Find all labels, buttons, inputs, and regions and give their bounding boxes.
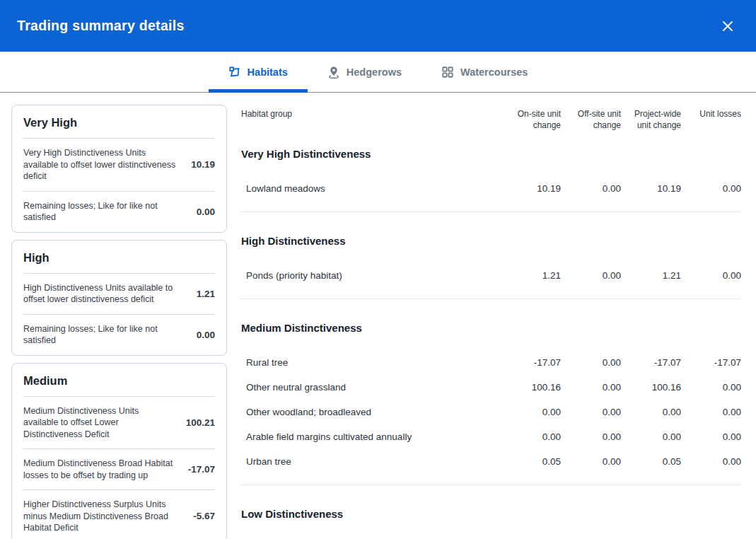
offsite-unit-change: 0.00 xyxy=(561,456,621,468)
offsite-unit-change: 0.00 xyxy=(561,357,621,369)
summary-value: 0.00 xyxy=(197,330,215,340)
section-title: Low Distinctiveness xyxy=(241,508,741,521)
tab-label: Habitats xyxy=(248,66,288,78)
modal-header: Trading summary details xyxy=(0,0,756,52)
projectwide-unit-change: 0.00 xyxy=(621,406,681,419)
unit-losses: 0.00 xyxy=(681,456,741,468)
modal-body: Very High Very High Distinctiveness Unit… xyxy=(0,93,756,539)
tab-label: Watercourses xyxy=(460,66,528,78)
offsite-unit-change: 0.00 xyxy=(561,431,621,444)
habitat-name: Other neutral grassland xyxy=(241,381,501,394)
summary-row: Remaining losses; Like for like not sati… xyxy=(23,191,215,232)
habitat-name: Lowland meadows xyxy=(241,182,501,195)
summary-label: Medium Distinctiveness Units available t… xyxy=(23,405,176,441)
tab-bar: Habitats Hedgerows Watercourses xyxy=(0,52,756,93)
section-title: High Distinctiveness xyxy=(241,235,741,248)
projectwide-unit-change: 0.05 xyxy=(621,456,681,468)
polygon-icon xyxy=(228,66,241,79)
trading-table: Habitat group On-site unit change Off-si… xyxy=(241,105,741,539)
col-header-habitat-group: Habitat group xyxy=(241,108,501,120)
onsite-unit-change: 0.05 xyxy=(501,456,561,468)
habitat-name: Ponds (priority habitat) xyxy=(241,270,501,282)
section-title: Very High Distinctiveness xyxy=(241,148,741,161)
unit-losses: -17.07 xyxy=(681,357,741,369)
summary-row: Remaining losses; Like for like not sati… xyxy=(23,314,215,355)
summary-label: Remaining losses; Like for like not sati… xyxy=(23,200,187,224)
offsite-unit-change: 0.00 xyxy=(561,406,621,419)
summary-card-very-high: Very High Very High Distinctiveness Unit… xyxy=(11,105,227,233)
offsite-unit-change: 0.00 xyxy=(561,270,621,282)
summary-value: 1.21 xyxy=(197,289,215,299)
section-high: High Distinctiveness Ponds (priority hab… xyxy=(241,235,741,299)
offsite-unit-change: 0.00 xyxy=(561,182,621,195)
onsite-unit-change: 0.00 xyxy=(501,431,561,444)
card-title: Very High xyxy=(23,105,215,138)
habitat-name: Urban tree xyxy=(241,456,501,468)
summary-card-high: High High Distinctiveness Units availabl… xyxy=(11,240,227,356)
unit-losses: 0.00 xyxy=(681,270,741,282)
table-row: Rural tree -17.07 0.00 -17.07 -17.07 xyxy=(241,350,741,375)
projectwide-unit-change: -17.07 xyxy=(621,357,681,369)
tab-habitats[interactable]: Habitats xyxy=(209,52,308,92)
modal-title: Trading summary details xyxy=(17,18,185,34)
table-row: Cereal crops -7.23 0.00 -7.23 -7.23 xyxy=(241,536,741,539)
onsite-unit-change: 0.00 xyxy=(501,406,561,419)
summary-value: 0.00 xyxy=(197,207,215,217)
projectwide-unit-change: 1.21 xyxy=(621,270,681,282)
close-icon xyxy=(721,19,735,33)
onsite-unit-change: -17.07 xyxy=(501,357,561,369)
projectwide-unit-change: 0.00 xyxy=(621,431,681,444)
card-title: Medium xyxy=(23,364,215,396)
summary-label: Higher Distinctiveness Surplus Units min… xyxy=(23,499,183,534)
close-button[interactable] xyxy=(718,16,738,36)
tab-hedgerows[interactable]: Hedgerows xyxy=(308,52,421,92)
offsite-unit-change: 0.00 xyxy=(561,381,621,394)
unit-losses: 0.00 xyxy=(681,381,741,394)
table-row: Urban tree 0.05 0.00 0.05 0.00 xyxy=(241,449,741,474)
summary-sidebar: Very High Very High Distinctiveness Unit… xyxy=(11,105,227,539)
habitat-name: Other woodland; broadleaved xyxy=(241,406,501,419)
col-header-onsite: On-site unit change xyxy=(501,108,561,131)
projectwide-unit-change: 100.16 xyxy=(621,381,681,394)
map-pin-icon xyxy=(327,66,340,79)
section-very-high: Very High Distinctiveness Lowland meadow… xyxy=(241,148,741,212)
onsite-unit-change: 100.16 xyxy=(501,381,561,394)
unit-losses: 0.00 xyxy=(681,182,741,195)
summary-value: -17.07 xyxy=(188,464,215,475)
summary-label: High Distinctiveness Units available to … xyxy=(23,282,187,306)
onsite-unit-change: 1.21 xyxy=(501,270,561,282)
tab-label: Hedgerows xyxy=(347,66,402,78)
section-low: Low Distinctiveness Cereal crops -7.23 0… xyxy=(241,508,741,539)
grid-icon xyxy=(441,66,454,79)
table-row: Arable field margins cultivated annually… xyxy=(241,424,741,449)
summary-label: Remaining losses; Like for like not sati… xyxy=(23,323,187,347)
summary-row: Medium Distinctiveness Broad Habitat los… xyxy=(23,448,215,489)
habitat-name: Rural tree xyxy=(241,357,501,369)
unit-losses: 0.00 xyxy=(681,406,741,419)
col-header-projectwide: Project-wide unit change xyxy=(621,108,681,131)
projectwide-unit-change: 10.19 xyxy=(621,182,681,195)
summary-row: Higher Distinctiveness Surplus Units min… xyxy=(23,489,215,539)
card-title: High xyxy=(23,240,215,273)
summary-card-medium: Medium Medium Distinctiveness Units avai… xyxy=(11,363,227,539)
tab-watercourses[interactable]: Watercourses xyxy=(421,52,547,92)
table-row: Ponds (priority habitat) 1.21 0.00 1.21 … xyxy=(241,263,741,288)
summary-value: 100.21 xyxy=(186,417,215,428)
summary-row: Very High Distinctiveness Units availabl… xyxy=(23,138,215,191)
summary-row: High Distinctiveness Units available to … xyxy=(23,273,215,314)
summary-value: 10.19 xyxy=(191,159,215,170)
onsite-unit-change: 10.19 xyxy=(501,182,561,195)
unit-losses: 0.00 xyxy=(681,431,741,444)
col-header-offsite: Off-site unit change xyxy=(561,108,621,131)
summary-label: Very High Distinctiveness Units availabl… xyxy=(23,147,181,182)
table-row: Lowland meadows 10.19 0.00 10.19 0.00 xyxy=(241,176,741,201)
habitat-name: Arable field margins cultivated annually xyxy=(241,431,501,444)
summary-value: -5.67 xyxy=(193,511,215,521)
section-medium: Medium Distinctiveness Rural tree -17.07… xyxy=(241,322,741,485)
table-row: Other neutral grassland 100.16 0.00 100.… xyxy=(241,375,741,400)
table-row: Other woodland; broadleaved 0.00 0.00 0.… xyxy=(241,400,741,424)
table-header-row: Habitat group On-site unit change Off-si… xyxy=(241,105,741,131)
section-title: Medium Distinctiveness xyxy=(241,322,741,335)
col-header-unit-losses: Unit losses xyxy=(681,108,741,120)
summary-label: Medium Distinctiveness Broad Habitat los… xyxy=(23,458,178,481)
